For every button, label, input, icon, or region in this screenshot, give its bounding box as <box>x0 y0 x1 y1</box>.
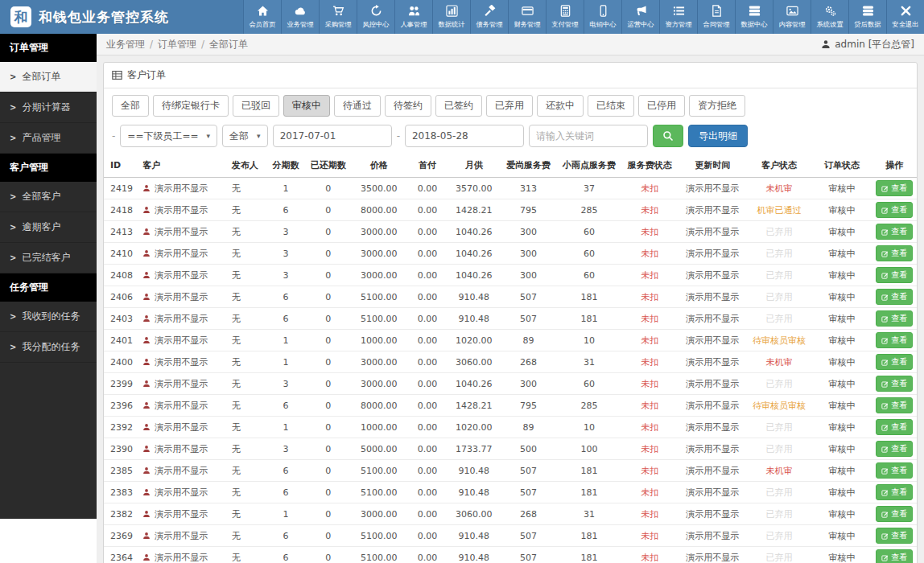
sidebar-item[interactable]: >逾期客户 <box>0 212 97 243</box>
cell-customer: 演示用不显示 <box>136 221 225 243</box>
sidebar-item[interactable]: >全部订单 <box>0 62 97 92</box>
tab-全部[interactable]: 全部 <box>112 95 149 117</box>
cell-cust_status: 已弃用 <box>747 243 811 265</box>
nav-item-cloud[interactable]: 业务管理 <box>281 0 319 34</box>
breadcrumb-item-2[interactable]: 订单管理 <box>158 38 196 51</box>
user-menu[interactable]: admin [平台总管] <box>821 38 914 51</box>
cell-fee_status: 未扣 <box>621 417 678 438</box>
view-button[interactable]: 查看 <box>876 332 913 348</box>
cell-fee_b: 60 <box>557 373 621 395</box>
nav-item-chart[interactable]: 数据统计 <box>432 0 470 34</box>
tab-待签约[interactable]: 待签约 <box>385 95 431 117</box>
nav-item-label: 内容管理 <box>778 19 805 29</box>
tab-已停用[interactable]: 已停用 <box>638 95 685 117</box>
cell-customer: 演示用不显示 <box>136 547 225 563</box>
nav-item-label: 数据中心 <box>740 19 767 29</box>
tab-已驳回[interactable]: 已驳回 <box>233 95 279 117</box>
nav-item-gears[interactable]: 系统设置 <box>811 0 848 34</box>
tab-待通过[interactable]: 待通过 <box>334 95 381 117</box>
view-button[interactable]: 查看 <box>876 441 913 457</box>
nav-item-megaphone[interactable]: 运营中心 <box>621 0 659 34</box>
sidebar-item[interactable]: >分期计算器 <box>0 92 97 123</box>
view-button[interactable]: 查看 <box>876 354 913 370</box>
sidebar-item[interactable]: >已完结客户 <box>0 243 97 273</box>
nav-item-server[interactable]: 数据中心 <box>735 0 773 34</box>
date-from-input[interactable] <box>273 125 392 147</box>
cell-down: 0.00 <box>407 351 448 373</box>
view-button[interactable]: 查看 <box>876 267 913 283</box>
view-button-label: 查看 <box>891 226 907 237</box>
nav-item-gavel[interactable]: 债务管理 <box>470 0 508 34</box>
nav-item-list[interactable]: 资方管理 <box>659 0 697 34</box>
breadcrumb-item-1[interactable]: 业务管理 <box>106 38 145 51</box>
nav-item-calculator[interactable]: 支付管理 <box>546 0 584 34</box>
scope-select[interactable]: 全部 ▾ <box>222 125 268 147</box>
view-button[interactable]: 查看 <box>876 397 913 413</box>
cell-fee_b: 285 <box>557 395 621 417</box>
tab-资方拒绝[interactable]: 资方拒绝 <box>689 95 745 117</box>
view-button[interactable]: 查看 <box>876 289 913 305</box>
nav-item-refresh[interactable]: 风控中心 <box>357 0 394 34</box>
tab-已签约[interactable]: 已签约 <box>435 95 482 117</box>
nav-item-cart[interactable]: 采购管理 <box>319 0 357 34</box>
tab-审核中[interactable]: 审核中 <box>283 95 330 117</box>
view-button[interactable]: 查看 <box>876 484 913 500</box>
cell-order_status: 审核中 <box>811 221 872 243</box>
nav-item-mobile[interactable]: 电销中心 <box>584 0 621 34</box>
cell-fee_b: 181 <box>557 482 621 503</box>
sidebar-item[interactable]: >我分配的任务 <box>0 332 97 363</box>
cell-publisher: 无 <box>225 395 266 417</box>
sidebar-item[interactable]: >我收到的任务 <box>0 302 97 332</box>
edit-icon <box>881 489 889 496</box>
staff-select[interactable]: ==下级员工== ▾ <box>120 125 217 147</box>
chevron-right-icon: > <box>10 192 16 201</box>
date-to-input[interactable] <box>405 125 524 147</box>
nav-item-home[interactable]: 会员首页 <box>243 0 281 34</box>
nav-item-credit-card[interactable]: 财务管理 <box>508 0 546 34</box>
nav-item-content[interactable]: 内容管理 <box>773 0 811 34</box>
view-button[interactable]: 查看 <box>876 224 913 240</box>
nav-item-database[interactable]: 贷后数据 <box>848 0 886 34</box>
nav-item-file[interactable]: 合同管理 <box>697 0 735 34</box>
table-header: ID客户发布人分期数已还期数价格首付月供爱尚服务费小雨点服务费服务费状态更新时间… <box>104 154 917 178</box>
cell-updated: 演示用不显示 <box>678 547 746 563</box>
view-button[interactable]: 查看 <box>876 245 913 261</box>
view-button[interactable]: 查看 <box>876 528 913 544</box>
view-button[interactable]: 查看 <box>876 506 913 522</box>
cell-fee_b: 60 <box>557 243 621 265</box>
view-button[interactable]: 查看 <box>876 180 913 196</box>
chevron-right-icon: > <box>10 223 16 232</box>
cell-fee_status: 未扣 <box>621 178 678 199</box>
cell-fee_a: 507 <box>500 482 556 503</box>
view-button[interactable]: 查看 <box>876 419 913 435</box>
tab-已弃用[interactable]: 已弃用 <box>486 95 533 117</box>
cell-fee_status: 未扣 <box>621 265 678 286</box>
cell-updated: 演示用不显示 <box>678 265 746 286</box>
cell-order_status: 审核中 <box>811 460 872 482</box>
sidebar-item[interactable]: >全部客户 <box>0 182 97 212</box>
tab-已结束[interactable]: 已结束 <box>588 95 634 117</box>
nav-item-users[interactable]: 人事管理 <box>394 0 432 34</box>
cell-updated: 演示用不显示 <box>678 243 746 265</box>
keyword-input[interactable] <box>529 125 648 147</box>
nav-item-close[interactable]: 安全退出 <box>886 0 924 34</box>
search-button[interactable] <box>653 125 683 147</box>
export-button[interactable]: 导出明细 <box>688 125 748 147</box>
view-button[interactable]: 查看 <box>876 376 913 392</box>
cell-fee_a: 507 <box>500 308 556 330</box>
sidebar-item[interactable]: >产品管理 <box>0 123 97 154</box>
cell-action: 查看 <box>872 438 917 460</box>
cell-cust_status: 待审核员审核 <box>747 395 811 417</box>
cell-repaid: 0 <box>306 547 350 563</box>
breadcrumb-item-3[interactable]: 全部订单 <box>209 38 248 51</box>
view-button[interactable]: 查看 <box>876 310 913 327</box>
sidebar: 订单管理>全部订单>分期计算器>产品管理客户管理>全部客户>逾期客户>已完结客户… <box>0 34 97 519</box>
tab-待绑定银行卡[interactable]: 待绑定银行卡 <box>153 95 229 117</box>
cell-id: 2392 <box>104 417 136 438</box>
chevron-right-icon: > <box>10 103 16 112</box>
view-button[interactable]: 查看 <box>876 462 913 479</box>
tab-还款中[interactable]: 还款中 <box>537 95 584 117</box>
sidebar-item-label: 我收到的任务 <box>22 310 80 323</box>
view-button[interactable]: 查看 <box>876 549 913 563</box>
view-button[interactable]: 查看 <box>876 202 913 218</box>
